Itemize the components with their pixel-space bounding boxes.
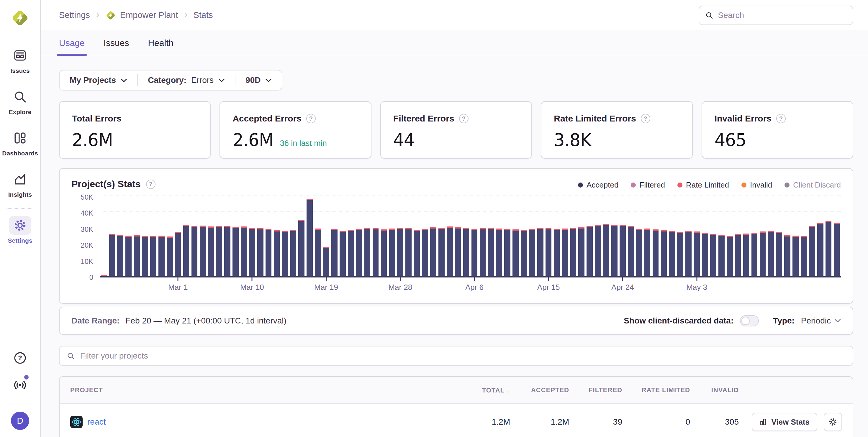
chart-bar[interactable]: [117, 235, 123, 276]
chart-bar[interactable]: [356, 229, 362, 276]
chart-bar[interactable]: [290, 230, 297, 276]
chart-bar[interactable]: [562, 229, 568, 276]
chart-bar[interactable]: [200, 226, 206, 276]
chart-bar[interactable]: [628, 226, 634, 276]
chart-bar[interactable]: [405, 228, 411, 276]
sidebar-item-settings[interactable]: Settings: [3, 216, 37, 244]
chart-bar[interactable]: [546, 228, 552, 276]
legend-item-filtered[interactable]: Filtered: [631, 180, 665, 190]
chart-bar[interactable]: [257, 228, 264, 276]
chart-bar[interactable]: [183, 225, 189, 276]
sidebar-item-dashboards[interactable]: Dashboards: [3, 129, 37, 157]
chart-bar[interactable]: [373, 228, 379, 276]
col-accepted[interactable]: ACCEPTED: [510, 386, 569, 394]
chart-bar[interactable]: [249, 228, 255, 276]
chart-bar[interactable]: [455, 227, 461, 276]
col-invalid[interactable]: INVALID: [690, 386, 739, 394]
help-icon[interactable]: ?: [306, 114, 316, 123]
chart-bar[interactable]: [735, 234, 741, 276]
sidebar-item-insights[interactable]: Insights: [3, 170, 37, 198]
chart-bar[interactable]: [307, 199, 313, 276]
legend-item-client-discard[interactable]: Client Discard: [784, 180, 841, 190]
chart-bar[interactable]: [685, 231, 691, 276]
tab-usage[interactable]: Usage: [59, 30, 85, 56]
legend-item-accepted[interactable]: Accepted: [578, 180, 618, 190]
chart-bar[interactable]: [801, 236, 807, 276]
chart-bar[interactable]: [480, 228, 486, 276]
chart-bar[interactable]: [422, 229, 428, 276]
chart-bar[interactable]: [101, 275, 107, 276]
chart-bar[interactable]: [150, 236, 156, 276]
legend-item-rate-limited[interactable]: Rate Limited: [677, 180, 729, 190]
chart-bar[interactable]: [694, 232, 700, 276]
chart-bar[interactable]: [669, 231, 675, 276]
chart-bar[interactable]: [397, 228, 403, 276]
period-selector[interactable]: 90D: [236, 70, 282, 90]
chart-bar[interactable]: [191, 226, 198, 276]
chart-bar[interactable]: [620, 225, 626, 276]
project-filter[interactable]: [59, 346, 853, 366]
chart-bar[interactable]: [529, 229, 535, 276]
chart-bar[interactable]: [826, 221, 832, 276]
sidebar-item-issues[interactable]: Issues: [3, 46, 37, 74]
chart-bar[interactable]: [471, 229, 478, 276]
breadcrumb-settings[interactable]: Settings: [59, 10, 90, 20]
chart-bar[interactable]: [751, 233, 758, 276]
chart-bar[interactable]: [817, 223, 824, 276]
chart-bar[interactable]: [266, 229, 272, 276]
chart-bar[interactable]: [727, 236, 733, 276]
sidebar-item-explore[interactable]: Explore: [3, 87, 37, 115]
tab-health[interactable]: Health: [148, 30, 174, 56]
col-project[interactable]: PROJECT: [70, 386, 466, 394]
col-total[interactable]: TOTAL↓: [466, 386, 510, 394]
chart-bar[interactable]: [702, 233, 708, 276]
chart-bar[interactable]: [570, 228, 577, 276]
chart-bar[interactable]: [340, 231, 346, 276]
chart-bar[interactable]: [331, 229, 338, 276]
chart-bar[interactable]: [315, 229, 321, 276]
chart-bar[interactable]: [488, 228, 494, 276]
category-selector[interactable]: Category: Errors: [138, 70, 235, 90]
chart-bar[interactable]: [348, 230, 354, 276]
chart-bar[interactable]: [125, 236, 132, 276]
chart-bar[interactable]: [175, 232, 181, 276]
org-logo[interactable]: [10, 8, 30, 28]
project-settings-button[interactable]: [824, 413, 842, 431]
chart-bar[interactable]: [430, 227, 436, 276]
chart-bar[interactable]: [216, 226, 222, 276]
chart-bar[interactable]: [611, 225, 618, 276]
chart-bar[interactable]: [636, 229, 642, 276]
col-filtered[interactable]: FILTERED: [569, 386, 622, 394]
chart-bar[interactable]: [134, 235, 140, 276]
breadcrumb-org[interactable]: Empower Plant: [105, 10, 178, 21]
chart-bar[interactable]: [447, 227, 453, 276]
chart-bar[interactable]: [298, 220, 305, 276]
help-button[interactable]: ?: [10, 348, 30, 367]
chart-bar[interactable]: [381, 229, 387, 276]
chart-bar[interactable]: [463, 228, 469, 276]
chart-bar[interactable]: [513, 229, 519, 276]
chart-bar[interactable]: [274, 230, 280, 276]
global-search[interactable]: [699, 6, 853, 25]
search-input[interactable]: [718, 11, 847, 20]
chart-bar[interactable]: [776, 232, 782, 276]
chart-bar[interactable]: [743, 234, 749, 276]
chart-bar[interactable]: [323, 247, 329, 276]
chart-bar[interactable]: [809, 226, 815, 276]
chart-bar[interactable]: [167, 236, 173, 276]
chart-bar[interactable]: [389, 229, 395, 276]
tab-issues[interactable]: Issues: [103, 30, 129, 56]
legend-item-invalid[interactable]: Invalid: [741, 180, 772, 190]
chart-bar[interactable]: [537, 228, 544, 276]
help-icon[interactable]: ?: [641, 114, 650, 123]
chart-bar[interactable]: [768, 231, 774, 276]
chart-bar[interactable]: [496, 229, 502, 276]
avatar[interactable]: D: [11, 412, 29, 430]
chart-bar[interactable]: [644, 229, 651, 276]
project-selector[interactable]: My Projects: [60, 70, 137, 90]
chart-bar[interactable]: [793, 236, 799, 276]
chart-bar[interactable]: [414, 230, 420, 276]
chart-bar[interactable]: [142, 236, 148, 276]
chart-bar[interactable]: [587, 226, 593, 276]
chart-bar[interactable]: [718, 235, 724, 276]
